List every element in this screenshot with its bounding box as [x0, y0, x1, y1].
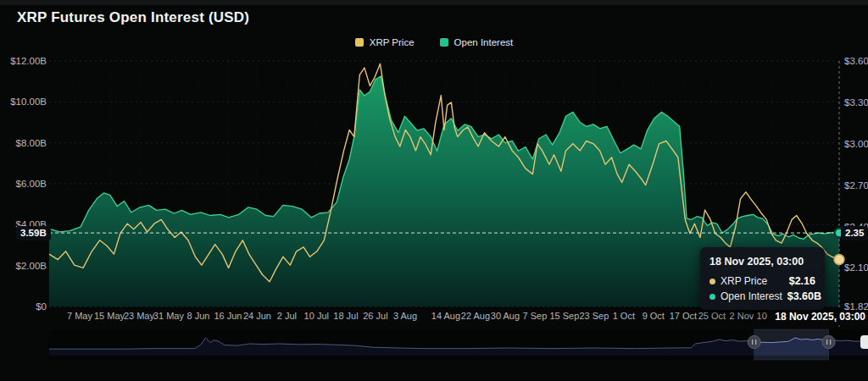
x-axis-tick-label: 7 Sep — [523, 311, 548, 321]
tooltip-date: 18 Nov 2025, 03:00 — [709, 256, 815, 268]
x-axis-tick-label: 31 May — [153, 311, 184, 321]
edge-cropped-handle[interactable] — [860, 335, 868, 349]
x-axis-tick-label: 1 Oct — [613, 311, 635, 321]
x-axis-tick-label: 15 May — [94, 311, 125, 321]
y-axis-right-tick-label: $3.60 — [844, 56, 868, 66]
navigator-mask-left — [49, 329, 754, 360]
y-axis-left-tick-label: $2.00B — [3, 261, 47, 271]
x-axis-tick-label: 14 Aug — [431, 311, 460, 321]
x-axis-tick-label: 16 Jun — [214, 311, 242, 321]
navigator-selected-range[interactable] — [754, 329, 829, 360]
navigator-handle-left[interactable] — [748, 336, 760, 349]
xrp-price-marker-dot — [834, 255, 844, 265]
open-interest-dot-icon — [709, 294, 715, 300]
xrp-price-dot-icon — [709, 279, 715, 284]
tooltip-value-open-interest: $3.60B — [787, 290, 821, 302]
tooltip-row-xrp-price: XRP Price $2.16 — [709, 275, 815, 287]
x-axis-tick-label: 23 May — [124, 311, 154, 321]
price-current-axis-label: 2.35 — [841, 226, 868, 240]
navigator-handle-right[interactable] — [822, 336, 835, 349]
x-axis-tick-label: 25 Oct — [698, 311, 726, 321]
y-axis-right-tick-label: $2.10 — [844, 262, 868, 273]
y-axis-left-tick-label: $6.00B — [3, 179, 47, 189]
x-axis-tick-label: 9 Oct — [643, 311, 665, 321]
x-axis-tick-label: 26 Jul — [363, 311, 387, 321]
y-axis-left-tick-label: $12.00B — [3, 56, 47, 66]
x-axis-tick-label: 22 Aug — [461, 311, 490, 321]
x-axis-tick-label: 24 Jun — [243, 311, 271, 321]
tooltip-label-open-interest: Open Interest — [721, 290, 782, 302]
tooltip: 18 Nov 2025, 03:00 XRP Price $2.16 Open … — [700, 247, 825, 310]
y-axis-left-tick-label: $10.00B — [3, 97, 47, 107]
x-axis-tick-label: 15 Sep — [549, 311, 579, 321]
y-axis-right-tick-label: $2.70 — [844, 180, 868, 190]
tooltip-row-open-interest: Open Interest $3.60B — [709, 290, 815, 302]
y-axis-left-tick-label: $8.00B — [3, 138, 47, 148]
x-axis-tick-label: 2 Jul — [277, 311, 297, 321]
x-axis-tick-label: 7 May — [67, 311, 92, 321]
main-chart[interactable] — [0, 0, 868, 381]
x-axis-tick-label: 23 Sep — [579, 311, 609, 321]
x-axis-tick-label: 2 Nov — [730, 311, 754, 321]
y-axis-right-tick-label: $3.30 — [844, 97, 868, 108]
x-axis-tick-label: 17 Oct — [670, 311, 697, 321]
x-axis-tick-label: 10 Jul — [304, 311, 329, 321]
open-interest-current-axis-label: 3.59B — [16, 226, 51, 240]
y-axis-right-tick-label: $3.00 — [844, 139, 868, 149]
y-axis-left-tick-label: $0 — [3, 301, 47, 312]
x-axis-tick-label: 8 Jun — [186, 311, 209, 321]
x-axis-tick-label: 3 Aug — [393, 311, 417, 321]
x-axis-tick-label: 18 Jul — [333, 311, 358, 321]
crosshair-date-label: 18 Nov 2025, 03:00 — [770, 310, 867, 323]
tooltip-value-xrp-price: $2.16 — [789, 275, 815, 287]
tooltip-label-xrp-price: XRP Price — [721, 275, 767, 287]
x-axis-tick-label: 30 Aug — [491, 311, 520, 321]
